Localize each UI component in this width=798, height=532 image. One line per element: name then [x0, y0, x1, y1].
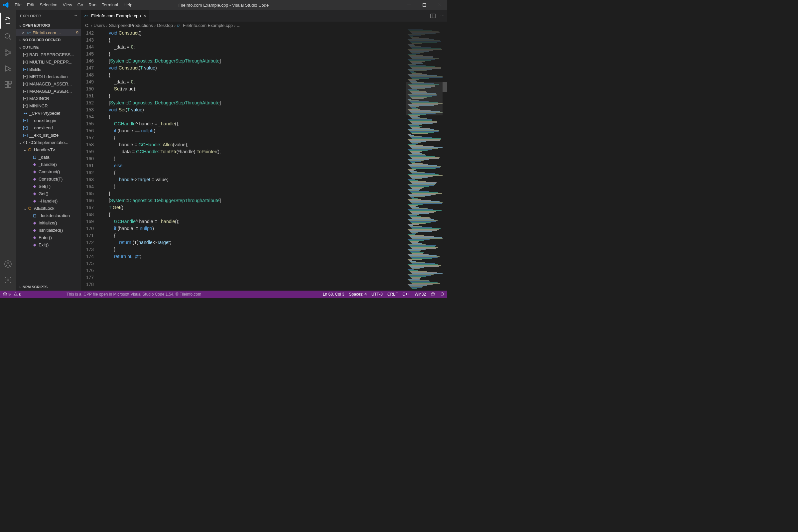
outline-item[interactable]: ⌄{ }<CrtImplementatio...	[16, 139, 81, 146]
outline-item[interactable]: [∘]MULTILINE_PREPR...	[16, 58, 81, 65]
open-editors-header[interactable]: ⌄ OPEN EDITORS	[16, 22, 81, 29]
breadcrumbs[interactable]: C:›Users›SharpenedProductions›Desktop›C⁺…	[81, 22, 447, 29]
minimize-button[interactable]	[401, 0, 417, 10]
more-icon[interactable]: ⋯	[440, 13, 444, 18]
no-folder-header[interactable]: › NO FOLDER OPENED	[16, 36, 81, 43]
method-icon: ◈	[32, 184, 37, 189]
menu-selection[interactable]: Selection	[37, 0, 60, 10]
method-icon: ◈	[32, 176, 37, 182]
outline-item[interactable]: ⌄⬡Handle<T>	[16, 146, 81, 153]
outline-item[interactable]: [∘]MANAGED_ASSER...	[16, 80, 81, 88]
sidebar: EXPLORER ⋯ ⌄ OPEN EDITORS × C⁺ FileInfo.…	[16, 10, 81, 291]
outline-item[interactable]: [∘]__exit_list_size	[16, 131, 81, 139]
close-icon[interactable]: ×	[20, 30, 26, 35]
feedback-icon[interactable]	[431, 292, 435, 297]
npm-scripts-header[interactable]: › NPM SCRIPTS	[16, 283, 81, 291]
menu-go[interactable]: Go	[75, 0, 86, 10]
method-icon: ◈	[32, 162, 37, 167]
outline-item[interactable]: ◈~Handle()	[16, 197, 81, 205]
code-area[interactable]: 1421431441451461471481491501511521531541…	[81, 29, 447, 291]
outline-item[interactable]: ◈Construct(T)	[16, 175, 81, 183]
encoding-status[interactable]: UTF-8	[372, 292, 383, 297]
close-icon[interactable]: ×	[144, 13, 146, 18]
breadcrumb-item[interactable]: ...	[237, 23, 241, 28]
outline-item[interactable]: ◈Get()	[16, 190, 81, 197]
editor-tab[interactable]: C⁺ FileInfo.com Example.cpp ×	[81, 10, 150, 22]
settings-icon[interactable]	[0, 272, 16, 288]
platform-status[interactable]: Win32	[415, 292, 426, 297]
sidebar-header: EXPLORER ⋯	[16, 10, 81, 22]
outline-item[interactable]: ▢_data	[16, 153, 81, 160]
tab-label: FileInfo.com Example.cpp	[91, 13, 141, 18]
menu-terminal[interactable]: Terminal	[99, 0, 121, 10]
breadcrumb-separator: ›	[234, 23, 235, 28]
more-icon[interactable]: ⋯	[74, 14, 77, 18]
breadcrumb-item[interactable]: Desktop	[157, 23, 173, 28]
outline-label: Handle<T>	[34, 147, 55, 152]
outline-header[interactable]: ⌄ OUTLINE	[16, 43, 81, 51]
extensions-icon[interactable]	[0, 76, 16, 92]
split-editor-icon[interactable]	[430, 13, 436, 19]
menu-help[interactable]: Help	[121, 0, 135, 10]
eol-status[interactable]: CRLF	[387, 292, 398, 297]
outline-item[interactable]: [∘]MININCR	[16, 102, 81, 109]
breadcrumb-item[interactable]: C⁺FileInfo.com Example.cpp	[177, 23, 233, 28]
warnings-status[interactable]: 0	[13, 292, 21, 297]
outline-detail: declaration	[46, 74, 68, 79]
breadcrumb-item[interactable]: Users	[93, 23, 105, 28]
close-button[interactable]	[432, 0, 447, 10]
minimap[interactable]	[406, 29, 447, 291]
status-message: This is a .CPP file open in Microsoft Vi…	[66, 292, 201, 297]
menu-file[interactable]: File	[12, 0, 24, 10]
search-icon[interactable]	[0, 28, 16, 44]
outline-item[interactable]: ◈_handle()	[16, 160, 81, 168]
outline-label: _CPVFV	[29, 111, 46, 116]
code-content[interactable]: void Construct() { _data = 0; } [System:…	[98, 29, 406, 291]
menu-edit[interactable]: Edit	[24, 0, 37, 10]
menu-view[interactable]: View	[60, 0, 75, 10]
window-title: FileInfo.com Example.cpp - Visual Studio…	[178, 3, 269, 8]
outline-label: MANAGED_ASSER...	[29, 81, 72, 87]
outline-item[interactable]: ▢_lockdeclaration	[16, 212, 81, 219]
cpp-file-icon: C⁺	[26, 30, 33, 35]
notifications-icon[interactable]	[440, 292, 444, 297]
chevron-right-icon: ›	[17, 38, 23, 42]
outline-label: MULTILINE_PREPR...	[29, 59, 73, 64]
outline-item[interactable]: ⊶_CPVFVtypedef	[16, 109, 81, 117]
outline-item[interactable]: [∘]BEBE	[16, 65, 81, 73]
indentation-status[interactable]: Spaces: 4	[349, 292, 367, 297]
run-debug-icon[interactable]	[0, 60, 16, 76]
errors-status[interactable]: 9	[3, 292, 11, 297]
outline-item[interactable]: [∘]__onexitbegin	[16, 117, 81, 124]
outline-item[interactable]: [∘]MAXINCR	[16, 95, 81, 102]
open-editor-file[interactable]: × C⁺ FileInfo.com ... 9	[16, 29, 81, 36]
outline-item[interactable]: [∘]MRTDLLdeclaration	[16, 73, 81, 80]
outline-item[interactable]: ◈Exit()	[16, 241, 81, 248]
accounts-icon[interactable]	[0, 256, 16, 272]
outline-item[interactable]: [∘]__onexitend	[16, 124, 81, 131]
maximize-button[interactable]	[417, 0, 432, 10]
outline-item[interactable]: [∘]BAD_PREPROCESS...	[16, 51, 81, 58]
explorer-icon[interactable]	[0, 13, 16, 28]
outline-item[interactable]: ◈Enter()	[16, 234, 81, 241]
cpp-file-icon: C⁺	[84, 14, 89, 18]
breadcrumb-separator: ›	[106, 23, 108, 28]
breadcrumb-separator: ›	[91, 23, 92, 28]
outline-item[interactable]: [∘]MANAGED_ASSER...	[16, 88, 81, 95]
breadcrumb-item[interactable]: C:	[85, 23, 90, 28]
minimap-viewport[interactable]	[406, 82, 442, 115]
outline-item[interactable]: ⌄⬡AtExitLock	[16, 205, 81, 212]
activity-bar	[0, 10, 16, 291]
language-status[interactable]: C++	[402, 292, 410, 297]
method-icon: ◈	[32, 227, 37, 233]
outline-item[interactable]: ◈Construct()	[16, 168, 81, 175]
scrollbar-thumb[interactable]	[442, 82, 447, 92]
breadcrumb-item[interactable]: SharpenedProductions	[109, 23, 153, 28]
outline-item[interactable]: ◈IsInitialized()	[16, 226, 81, 234]
outline-item[interactable]: ◈Set(T)	[16, 183, 81, 190]
source-control-icon[interactable]	[0, 44, 16, 60]
scrollbar[interactable]	[442, 29, 447, 291]
outline-item[interactable]: ◈Initialize()	[16, 219, 81, 226]
cursor-position[interactable]: Ln 68, Col 3	[323, 292, 344, 297]
menu-run[interactable]: Run	[86, 0, 99, 10]
